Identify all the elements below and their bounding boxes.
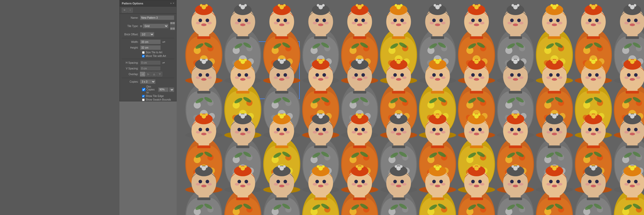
dim-copies-checkbox[interactable] [142, 88, 145, 91]
divider-1 [122, 38, 174, 38]
brick-offset-label: Brick Offset: [122, 33, 140, 36]
panel-header: Pattern Options » × [120, 0, 176, 6]
overlap-back-top-button[interactable]: △ [151, 72, 157, 76]
copies-row: Copies: 3 x 3 5 x 5 7 x 7 [122, 79, 174, 84]
dim-copies-label[interactable]: Dim Copies to: [146, 85, 157, 94]
tile-cell [170, 22, 172, 24]
tile-type-select[interactable]: Grid Brick by Row Brick by Column Hex by… [143, 24, 169, 28]
tile-cell [173, 25, 175, 27]
tile-type-row: Tile Type: ⊞ Grid Brick by Row Brick by … [122, 21, 174, 31]
panel-close-button[interactable]: × [173, 2, 174, 5]
brick-offset-row: Brick Offset: 1/2 1/3 1/4 1/5 [122, 32, 174, 37]
width-label: Width: [122, 41, 140, 43]
tile-cell [173, 22, 175, 24]
show-swatch-row: Show Swatch Bounds [122, 98, 174, 101]
h-spacing-row: H Spacing: ⇌ [122, 60, 174, 65]
overlap-back-bottom-button[interactable]: ▽ [157, 72, 162, 76]
pattern-canvas [177, 0, 644, 215]
copies-label: Copies: [122, 80, 140, 83]
v-spacing-row: V Spacing: [122, 66, 174, 71]
tile-cell [170, 28, 172, 30]
tile-preview [170, 21, 176, 31]
copies-select[interactable]: 3 x 3 5 x 5 7 x 7 [140, 79, 156, 84]
panel-collapse-button[interactable]: » [170, 2, 172, 5]
left-workspace [0, 0, 119, 215]
move-tile-checkbox[interactable] [142, 55, 145, 57]
grid-icon: ⊞ [140, 25, 142, 28]
pattern-preview [177, 0, 644, 215]
tile-type-label: Tile Type: [122, 25, 140, 28]
v-spacing-input[interactable] [140, 66, 161, 71]
move-tile-row: Move Tile with Art [122, 55, 174, 57]
transform-vertical-button[interactable]: ↕ [128, 8, 133, 12]
dim-copies-dropdown[interactable]: % [169, 87, 174, 92]
name-row: Name: [122, 15, 174, 20]
panel-toolbar: ⇔ ↕ [120, 6, 176, 14]
v-spacing-label: V Spacing: [122, 67, 140, 70]
panel-body: Name: Tile Type: ⊞ Grid Brick by Row Bri… [120, 14, 176, 103]
tile-cell [173, 28, 175, 30]
show-tile-row: Show Tile Edge [122, 95, 174, 97]
overlap-label: Overlap: [122, 73, 140, 76]
tile-type-select-container: ⊞ Grid Brick by Row Brick by Column Hex … [140, 24, 169, 28]
overlap-front-left-button[interactable]: ◁ [140, 72, 145, 76]
move-tile-label[interactable]: Move Tile with Art [146, 55, 166, 57]
show-swatch-checkbox[interactable] [142, 99, 145, 101]
chain-link-icon[interactable]: ⇌ [162, 40, 165, 44]
overlap-front-right-button[interactable]: ▷ [146, 72, 151, 76]
name-label: Name: [122, 16, 140, 19]
name-input[interactable] [140, 15, 174, 20]
width-input[interactable] [140, 40, 161, 44]
height-label: Height: [122, 46, 140, 49]
h-spacing-input[interactable] [140, 60, 161, 65]
size-tile-row: Size Tile to Art [122, 51, 174, 54]
show-tile-checkbox[interactable] [142, 95, 145, 97]
overlap-row: Overlap: ◁ ▷ △ ▽ [122, 72, 174, 76]
height-input[interactable] [140, 45, 161, 50]
dim-copies-row: Dim Copies to: % [122, 85, 174, 94]
pattern-options-panel: Pattern Options » × ⇔ ↕ Name: Tile Type:… [119, 0, 177, 101]
size-tile-checkbox[interactable] [142, 51, 145, 54]
divider-2 [122, 59, 174, 59]
panel-title: Pattern Options [122, 2, 143, 5]
transform-horizontal-button[interactable]: ⇔ [122, 8, 127, 12]
h-spacing-label: H Spacing: [122, 61, 140, 64]
show-swatch-label[interactable]: Show Swatch Bounds [146, 98, 171, 101]
height-row: Height: [122, 45, 174, 50]
size-tile-label[interactable]: Size Tile to Art [146, 51, 162, 54]
dim-copies-input[interactable] [158, 87, 169, 92]
brick-offset-select[interactable]: 1/2 1/3 1/4 1/5 [140, 32, 154, 37]
spacing-chain-icon[interactable]: ⇌ [162, 61, 165, 64]
divider-3 [122, 78, 174, 78]
show-tile-label[interactable]: Show Tile Edge [146, 95, 164, 97]
tile-cell [170, 25, 172, 27]
width-row: Width: ⇌ [122, 40, 174, 44]
